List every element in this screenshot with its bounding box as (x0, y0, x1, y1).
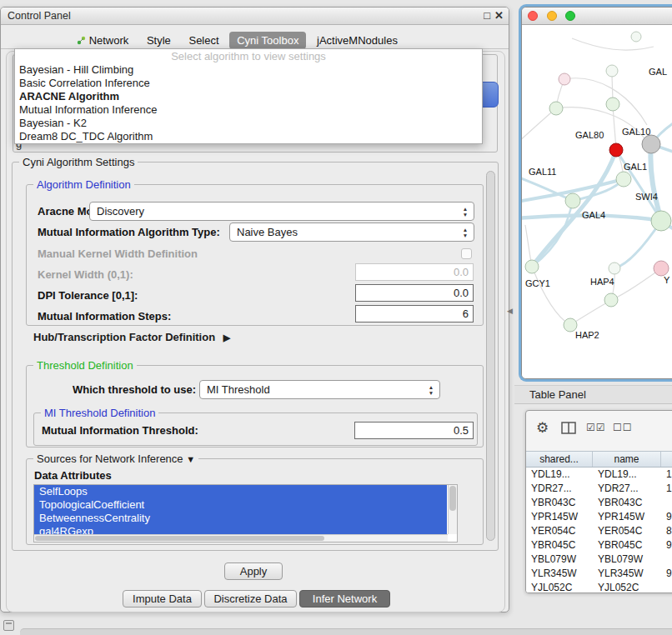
apply-button[interactable]: Apply (224, 562, 283, 580)
discretize-data-tab[interactable]: Discretize Data (204, 590, 297, 608)
column-header-name[interactable]: name (593, 452, 661, 467)
network-node[interactable] (631, 32, 641, 42)
kernel-width-label: Kernel Width (0,1): (38, 268, 133, 281)
control-panel-titlebar[interactable]: Control Panel □ ✕ (1, 8, 509, 25)
table-row[interactable]: YLR345W YLR345W 9. (526, 567, 672, 581)
network-node[interactable] (525, 260, 539, 273)
data-attributes-list[interactable]: SelfLoops TopologicalCoefficient Between… (33, 484, 458, 542)
cell-shared-name: YBR043C (526, 496, 593, 510)
network-window-titlebar[interactable] (522, 8, 672, 25)
cell-name: YJL052C (593, 581, 661, 592)
popup-item-dream8[interactable]: Dream8 DC_TDC Algorithm (15, 130, 482, 143)
scrollbar-thumb[interactable] (35, 536, 324, 541)
network-node[interactable] (606, 98, 619, 111)
network-node[interactable] (549, 102, 563, 115)
table-row[interactable]: YDR27... YDR27... 12 (526, 482, 672, 496)
table-row[interactable]: YPR145W YPR145W 9. (526, 510, 672, 524)
gear-icon[interactable]: ⚙ (536, 419, 549, 437)
attribute-item-selfloops[interactable]: SelfLoops (34, 485, 447, 498)
settings-scrollbar[interactable] (486, 171, 495, 541)
network-node[interactable] (565, 193, 580, 208)
table-row[interactable]: YER054C YER054C 8. (526, 524, 672, 538)
combo-arrows-icon: ▲▼ (426, 384, 436, 396)
expand-arrow-icon[interactable]: ▶ (223, 332, 230, 342)
sources-disclosure[interactable]: Sources for Network Inference ▼ (33, 452, 198, 465)
mi-algorithm-type-label: Mutual Information Algorithm Type: (38, 226, 220, 238)
tab-label: Select (188, 34, 218, 47)
network-graph[interactable] (522, 25, 672, 379)
which-threshold-select[interactable]: MI Threshold ▲▼ (199, 380, 440, 399)
which-threshold-label: Which threshold to use: (73, 383, 196, 396)
network-node[interactable] (606, 65, 618, 77)
close-traffic-light-icon[interactable] (528, 11, 538, 21)
mi-algorithm-type-select[interactable]: Naive Bayes ▲▼ (229, 222, 474, 242)
network-canvas[interactable]: GAL GAL80 GAL10 GAL11 GAL1 SWI4 GAL4 GCY… (522, 25, 672, 379)
group-title: Cyni Algorithm Settings (19, 156, 138, 168)
node-label: GCY1 (525, 278, 550, 288)
popup-item-mutual-information[interactable]: Mutual Information Inference (15, 103, 482, 117)
tab-cyni-toolbox[interactable]: Cyni Toolbox (229, 32, 306, 49)
tab-network[interactable]: Network (69, 32, 136, 49)
columns-icon[interactable] (561, 422, 577, 435)
attribute-item-topologicalcoefficient[interactable]: TopologicalCoefficient (34, 498, 447, 512)
network-node[interactable] (604, 293, 618, 307)
aracne-mode-select[interactable]: Discovery ▲▼ (89, 202, 474, 221)
select-all-icon[interactable]: ☑☑ (586, 422, 606, 433)
network-node-selected[interactable] (609, 143, 623, 157)
popup-item-basic-correlation[interactable]: Basic Correlation Inference (15, 77, 482, 90)
impute-data-tab[interactable]: Impute Data (123, 590, 202, 608)
combo-arrows-icon: ▲▼ (460, 206, 470, 218)
node-label: GAL10 (622, 127, 650, 137)
mi-steps-label: Mutual Information Steps: (38, 310, 171, 322)
column-header-shared-name[interactable]: shared... (526, 452, 593, 467)
attribute-item-betweennesscentrality[interactable]: BetweennessCentrality (34, 512, 447, 525)
popup-item-aracne[interactable]: ARACNE Algorithm (15, 90, 482, 103)
infer-network-tab[interactable]: Infer Network (299, 590, 390, 608)
table-panel-header[interactable]: Table Panel (514, 385, 672, 404)
popup-item-bayesian-k2[interactable]: Bayesian - K2 (15, 117, 482, 130)
cell-extra: 13 (661, 468, 672, 482)
network-tab-icon (77, 36, 86, 45)
network-node[interactable] (616, 172, 631, 187)
minimize-traffic-light-icon[interactable] (547, 11, 557, 21)
tab-style[interactable]: Style (139, 32, 178, 49)
panel-splitter-collapse-icon[interactable]: ◀ (507, 307, 513, 315)
cell-shared-name: YBL079W (526, 552, 593, 567)
node-label: GAL4 (582, 210, 605, 220)
collapse-arrow-icon[interactable]: ▼ (186, 454, 195, 464)
network-node[interactable] (609, 262, 620, 274)
network-view-window: GAL GAL80 GAL10 GAL11 GAL1 SWI4 GAL4 GCY… (521, 7, 672, 379)
table-row[interactable]: YBL079W YBL079W (526, 552, 672, 567)
kernel-width-field[interactable]: 0.0 (355, 263, 474, 281)
table-row[interactable]: YBR045C YBR045C 9. (526, 538, 672, 552)
mi-threshold-field[interactable]: 0.5 (354, 422, 474, 439)
list-horizontal-scrollbar[interactable] (34, 534, 448, 542)
scrollbar-thumb[interactable] (449, 486, 456, 511)
window-title: Control Panel (8, 10, 71, 22)
network-node[interactable] (654, 261, 669, 276)
node-label: HAP4 (590, 277, 614, 287)
cell-extra: 9. (661, 567, 672, 581)
table-row[interactable]: YBR043C YBR043C (526, 496, 672, 510)
hub-definition-disclosure[interactable]: Hub/Transcription Factor Definition ▶ (33, 331, 230, 343)
popup-item-bayesian-hill-climbing[interactable]: Bayesian - Hill Climbing (15, 63, 482, 77)
zoom-traffic-light-icon[interactable] (565, 11, 575, 21)
table-row[interactable]: YDL19... YDL19... 13 (526, 468, 672, 482)
network-node[interactable] (559, 73, 570, 85)
tab-jactivemnodules[interactable]: jActiveMNodules (309, 32, 405, 49)
float-window-icon[interactable]: □ (484, 9, 490, 22)
network-node[interactable] (651, 211, 671, 231)
bottom-panel-edge (20, 628, 672, 635)
collapsed-panel-icon[interactable] (3, 620, 14, 631)
deselect-all-icon[interactable]: ☐☐ (613, 422, 633, 433)
column-header-extra[interactable] (661, 452, 672, 467)
close-window-icon[interactable]: ✕ (494, 9, 504, 22)
dpi-tolerance-field[interactable]: 0.0 (355, 284, 474, 302)
table-row[interactable]: YJL052C YJL052C (526, 581, 672, 592)
network-node-hub[interactable] (642, 135, 660, 153)
cell-name: YPR145W (593, 510, 661, 524)
mi-steps-field[interactable]: 6 (355, 305, 474, 322)
tab-select[interactable]: Select (181, 32, 226, 49)
manual-kernel-width-checkbox[interactable] (461, 248, 472, 259)
list-vertical-scrollbar[interactable] (448, 485, 457, 534)
